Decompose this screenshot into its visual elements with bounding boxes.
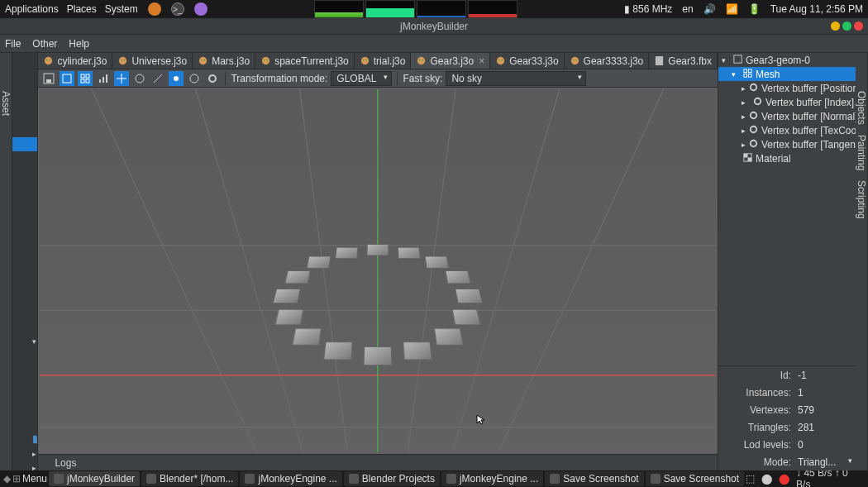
- grid-icon[interactable]: [78, 71, 93, 86]
- objects-tab[interactable]: Objects: [856, 86, 867, 130]
- tree-item[interactable]: Gear3333.obj: [12, 165, 38, 179]
- tree-item[interactable]: Gear3333.j3o: [12, 151, 38, 165]
- move-icon[interactable]: [114, 71, 129, 86]
- scale-icon[interactable]: [150, 71, 165, 86]
- fast-sky-dropdown[interactable]: No sky: [446, 71, 586, 86]
- volume-icon[interactable]: 🔊: [703, 3, 716, 15]
- close-button[interactable]: [854, 21, 863, 31]
- tree-item[interactable]: hover-tank.zip: [12, 236, 38, 250]
- taskbar-item[interactable]: Save Screenshot: [646, 471, 744, 486]
- taskbar-item[interactable]: Blender Projects: [344, 471, 440, 486]
- scene-tree-item[interactable]: ▸Vertex buffer [Normal]: [718, 109, 856, 123]
- places-menu[interactable]: Places: [67, 3, 97, 15]
- tray-icon[interactable]: ⬤: [761, 473, 772, 485]
- tray-icon[interactable]: ⬤: [779, 473, 789, 485]
- maximize-button[interactable]: [842, 21, 851, 31]
- save-icon[interactable]: [41, 71, 56, 86]
- start-menu[interactable]: Menu: [22, 473, 47, 485]
- cpu-freq-indicator[interactable]: ▮ 856 MHz: [624, 3, 672, 15]
- file-tab[interactable]: cylinder.j3o: [38, 53, 112, 69]
- tree-item[interactable]: Hover Tank.blend: [12, 208, 38, 222]
- tree-item[interactable]: Gear3.j3o: [12, 137, 38, 151]
- transform-mode-dropdown[interactable]: GLOBAL: [331, 71, 392, 86]
- taskbar-item[interactable]: Blender* [/hom...: [141, 471, 238, 486]
- file-tab[interactable]: Gear3.j3o×: [411, 53, 490, 69]
- tray-icon[interactable]: ⬚: [746, 473, 755, 485]
- selection-icon[interactable]: [60, 71, 74, 86]
- audio-icon[interactable]: [187, 71, 202, 86]
- scene-tree-item[interactable]: ▸Vertex buffer [Position]: [718, 81, 856, 95]
- file-tab[interactable]: Mars.j3o: [193, 53, 255, 69]
- start-menu-icon[interactable]: ◆: [3, 473, 11, 485]
- tree-item[interactable]: terrain-alpha-blend-2.png: [12, 376, 38, 390]
- file-tab[interactable]: Universe.j3o: [112, 53, 193, 69]
- tree-item[interactable]: ▸Textures: [12, 461, 37, 470]
- firefox-icon[interactable]: [148, 2, 161, 16]
- close-tab-icon[interactable]: ×: [479, 55, 484, 67]
- menu-other[interactable]: Other: [32, 38, 57, 50]
- battery-icon[interactable]: 🔋: [748, 3, 761, 15]
- light-icon[interactable]: [169, 71, 184, 86]
- clock[interactable]: Tue Aug 11, 2:56 PM: [770, 3, 863, 15]
- tree-item[interactable]: fmg48prwjy0w-MachinegunTurret.zip: [12, 67, 38, 81]
- tree-item[interactable]: hills1.obj: [12, 193, 38, 208]
- tree-item[interactable]: Shaders: [12, 432, 37, 446]
- property-value[interactable]: Triangl...: [794, 456, 856, 468]
- taskbar-item[interactable]: jMonkeyEngine ...: [240, 471, 341, 486]
- system-menu[interactable]: System: [105, 3, 138, 15]
- tree-item[interactable]: ▾Space Turrent: [12, 53, 38, 67]
- scripting-tab[interactable]: Scripting: [856, 175, 867, 224]
- rotate-icon[interactable]: [132, 71, 147, 86]
- app-icon[interactable]: [194, 2, 207, 16]
- tree-item[interactable]: ▸star-wars-vader-tie-fighter-obj: [12, 109, 38, 123]
- scene-tree-item[interactable]: ▸Vertex buffer [Tangent]: [718, 137, 856, 151]
- menu-file[interactable]: File: [5, 38, 21, 50]
- 3d-viewport[interactable]: [40, 89, 716, 452]
- scene-tree-item[interactable]: ▾Mesh: [718, 67, 856, 81]
- wifi-icon[interactable]: 📶: [726, 3, 738, 15]
- particle-icon[interactable]: [205, 71, 220, 86]
- tree-item[interactable]: Universe.j3o: [12, 404, 38, 418]
- tree-item[interactable]: MachinegunTurret.obj: [12, 81, 38, 95]
- tree-item[interactable]: ▸Sounds: [12, 446, 37, 461]
- asset-tree[interactable]: ▾Space Turrentfmg48prwjy0w-MachinegunTur…: [12, 53, 38, 470]
- net-indicator[interactable]: ↓ 45 B/s ↑ 0 B/s: [796, 470, 865, 487]
- file-tab[interactable]: Gear3333.j3o: [565, 53, 650, 69]
- tree-item[interactable]: sphere.j3odata: [12, 278, 38, 292]
- scene-tree-item[interactable]: ▾Gear3-geom-0: [718, 53, 856, 67]
- taskbar-item[interactable]: jMonkeyBuilder: [49, 471, 140, 486]
- tree-item[interactable]: sphere.j3o: [12, 264, 38, 278]
- terminal-icon[interactable]: >_: [171, 2, 184, 16]
- painting-tab[interactable]: Painting: [856, 130, 867, 175]
- show-desktop-icon[interactable]: ⊞: [12, 473, 21, 485]
- scene-tree[interactable]: ▾Gear3-geom-0▾Mesh▸Vertex buffer [Positi…: [718, 53, 856, 365]
- menu-help[interactable]: Help: [69, 38, 89, 50]
- file-tab[interactable]: Gear33.j3o: [490, 53, 564, 69]
- taskbar-item[interactable]: Save Screenshot: [545, 471, 643, 486]
- system-monitor[interactable]: [314, 0, 517, 18]
- tree-item[interactable]: sphere.obj: [12, 292, 38, 306]
- file-tab[interactable]: spaceTurrent.j3o: [255, 53, 355, 69]
- lang-indicator[interactable]: en: [682, 3, 693, 15]
- stats-icon[interactable]: [96, 71, 111, 86]
- tree-item[interactable]: ▾Scenes: [12, 334, 37, 348]
- tree-item[interactable]: Gear3.fbx: [12, 123, 38, 137]
- tree-item[interactable]: terrain-alpha-blend-1.png: [12, 362, 38, 376]
- tree-item[interactable]: terrain-alpha-blend-3.png: [12, 390, 38, 404]
- scene-tree-item[interactable]: ▸Vertex buffer [TexCoo...: [718, 123, 856, 137]
- scene-tree-item[interactable]: Material: [718, 151, 856, 165]
- tree-item[interactable]: hills.j3o: [12, 179, 38, 193]
- tree-item[interactable]: spaceTurrent.j3o: [12, 95, 38, 109]
- tree-item[interactable]: Mars.j3o: [12, 348, 38, 362]
- minimize-button[interactable]: [831, 21, 840, 31]
- file-tab[interactable]: trial.j3o: [355, 53, 412, 69]
- tree-item[interactable]: J.jpg: [12, 250, 38, 264]
- logs-panel-header[interactable]: Logs: [38, 454, 718, 470]
- scene-tree-item[interactable]: ▸Vertex buffer [Index]: [718, 95, 856, 109]
- file-tab[interactable]: Gear3.fbx: [649, 53, 718, 69]
- applications-menu[interactable]: Applications: [5, 3, 59, 15]
- tree-item[interactable]: Hover Tank.j3o: [12, 222, 38, 236]
- taskbar-item[interactable]: jMonkeyEngine ...: [441, 471, 543, 486]
- tree-item[interactable]: trial.j3o: [12, 306, 38, 320]
- asset-tab[interactable]: Asset: [0, 86, 12, 121]
